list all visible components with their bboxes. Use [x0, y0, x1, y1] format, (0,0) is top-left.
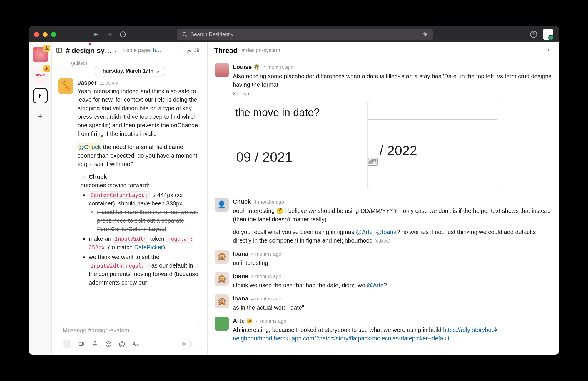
date-pill[interactable]: Thursday, March 17th⌄ [94, 66, 166, 76]
search-input[interactable]: Search Residently [177, 29, 433, 40]
avatar[interactable]: 🙊 [215, 294, 229, 308]
list-item: CenterColumnLayout is 444px (xs containe… [89, 191, 201, 233]
files-toggle[interactable]: 2 files ▾ [233, 90, 552, 98]
channel-messages[interactable]: (edited) Thursday, March 17th⌄ 🦒 Jasper … [52, 59, 207, 320]
workspace-button[interactable]: SPOK'D⚠ [33, 68, 48, 83]
avatar[interactable]: 👤 [215, 198, 229, 212]
nav-forward-button[interactable] [106, 31, 113, 38]
workspace-button[interactable]: 🐙⚠ [33, 47, 48, 62]
mention[interactable]: @Arte [367, 282, 384, 288]
nav-back-button[interactable] [92, 31, 100, 38]
composer-placeholder: Message #design-system [63, 327, 196, 338]
chevron-down-icon: ⌄ [113, 48, 117, 53]
attachment-image[interactable]: the move in date? 09 / 2021 [233, 101, 362, 190]
attachment-image[interactable]: ⌨ / 2022 [368, 101, 497, 190]
cat-emoji [246, 317, 253, 325]
channel-header: # design-sy… ⌄ Home page: h… 19 [52, 42, 207, 59]
avatar[interactable]: 🦒 [58, 78, 74, 94]
quoted-intro: outcomes moving forward: [81, 181, 201, 190]
window-minimize-button[interactable] [43, 32, 48, 37]
thread-messages[interactable]: Louise 4 months ago Also noticing some p… [208, 59, 559, 355]
message-composer[interactable]: Message #design-system + @ Aa | ⌄ [58, 324, 201, 350]
channel-topic[interactable]: Home page: h… [123, 47, 161, 54]
channel-pane: # design-sy… ⌄ Home page: h… 19 (edited)… [52, 42, 208, 355]
titlebar-right [530, 29, 553, 40]
thread-channel[interactable]: # design-system [242, 47, 280, 54]
mention[interactable]: @Ioana [376, 229, 397, 235]
edited-tag: (edited) [71, 61, 201, 66]
chevron-down-icon[interactable]: ⌄ [193, 342, 196, 346]
code-inline: InputWidth.regular [89, 262, 150, 269]
list-item: we think we want to set the InputWidth.r… [89, 253, 201, 287]
emoji-icon[interactable] [105, 340, 112, 347]
reply: 🙊 Ioana4 months ago as in the actual wor… [215, 294, 552, 312]
help-button[interactable] [530, 31, 537, 38]
user-avatar[interactable] [543, 29, 553, 40]
avatar[interactable] [215, 63, 229, 77]
app-window: Search Residently 🐙⚠ SPOK'D⚠ r + # desig… [29, 26, 559, 355]
mention[interactable]: @Arte [356, 229, 373, 235]
send-icon[interactable] [181, 341, 188, 347]
reply-text: Ah interesting, because I looked at stor… [233, 326, 552, 343]
mic-icon[interactable] [91, 340, 98, 347]
reply: 🙊 Ioana4 months ago i think we used the … [215, 272, 552, 290]
message-text: Yeah interesting indeed and think also s… [78, 87, 201, 138]
workspace-button-active[interactable]: r [33, 88, 48, 103]
quoted-block: Chuck outcomes moving forward: CenterCol… [78, 173, 201, 287]
close-button[interactable] [546, 47, 553, 54]
reply-time: 4 months ago [251, 295, 281, 303]
add-workspace-button[interactable]: + [34, 111, 46, 122]
format-icon[interactable]: Aa [132, 340, 139, 347]
link[interactable]: DatePicker [134, 244, 163, 250]
svg-point-12 [109, 343, 110, 344]
svg-point-2 [424, 33, 425, 34]
mention[interactable]: @Chuck [78, 143, 101, 151]
composer-toolbar: + @ Aa | ⌄ [63, 338, 196, 348]
quoted-author[interactable]: Chuck [81, 173, 201, 181]
thread-title: Thread [214, 46, 238, 55]
avatar[interactable] [215, 317, 229, 331]
mention-icon[interactable]: @ [118, 340, 126, 347]
reply-text: uu interesting [233, 259, 552, 267]
reply-author[interactable]: Ioana [233, 250, 248, 258]
members-button[interactable]: 19 [183, 46, 203, 55]
channel-name-button[interactable]: # design-sy… ⌄ [66, 46, 117, 55]
notification-badge: ⚠ [43, 65, 50, 72]
bullet-list: CenterColumnLayout is 444px (xs containe… [89, 191, 201, 287]
attach-button[interactable]: + [63, 340, 71, 348]
main-area: 🐙⚠ SPOK'D⚠ r + # design-sy… ⌄ Home page:… [29, 42, 559, 355]
reply: Arte 4 months ago Ah interesting, becaus… [215, 317, 552, 343]
history-button[interactable] [119, 31, 127, 38]
reply-text: do you recall what you've been using in … [233, 228, 552, 245]
reply-time: 4 months ago [251, 251, 281, 258]
reply: Louise 4 months ago Also noticing some p… [215, 63, 552, 190]
thinking-emoji [276, 208, 284, 214]
video-icon[interactable] [78, 340, 85, 347]
svg-point-11 [107, 343, 108, 344]
reply-author[interactable]: Ioana [233, 272, 248, 280]
reply-author[interactable]: Ioana [233, 294, 248, 303]
avatar[interactable]: 🙊 [215, 272, 229, 286]
avatar[interactable]: 🙊 [215, 250, 229, 264]
reply-text: oooh interesting i believe we should be … [233, 207, 552, 224]
window-maximize-button[interactable] [51, 32, 56, 37]
pin-icon [81, 174, 86, 180]
panel-toggle-icon[interactable] [56, 47, 63, 54]
message-author[interactable]: Jasper [78, 78, 97, 87]
window-close-button[interactable] [34, 32, 39, 37]
svg-rect-6 [57, 48, 62, 52]
svg-point-10 [106, 342, 111, 347]
reply-text: i think we used the use that had the dat… [233, 281, 552, 290]
message: 🦒 Jasper 11:09 AM Yeah interesting indee… [58, 78, 201, 288]
reply-author[interactable]: Chuck [233, 198, 251, 206]
message-time: 11:09 AM [100, 80, 118, 86]
search-icon [182, 31, 188, 37]
reply-author[interactable]: Louise [233, 63, 260, 71]
history-controls [92, 31, 127, 38]
svg-rect-8 [79, 342, 83, 346]
edited-tag: (edited) [374, 238, 390, 243]
reply-author[interactable]: Arte [233, 317, 253, 325]
svg-rect-9 [94, 342, 96, 345]
reply-time: 4 months ago [251, 273, 281, 280]
filter-icon[interactable] [422, 31, 428, 37]
